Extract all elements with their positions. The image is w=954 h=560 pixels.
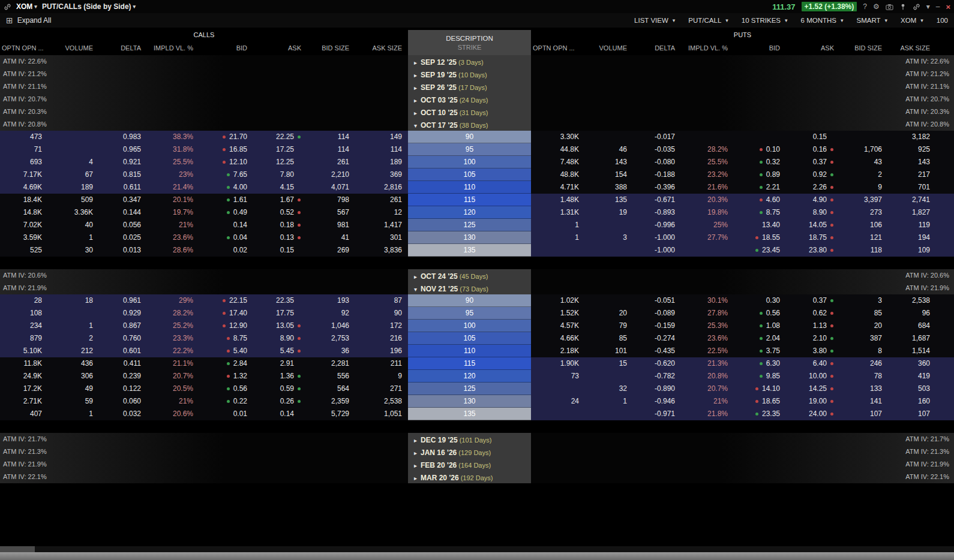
settings-gear-icon[interactable]: ⚙ (873, 2, 880, 11)
col-header-bid[interactable]: BID (734, 44, 786, 52)
expiry-row[interactable]: ATM IV: 21.3%▸JAN 16 '26 (129 Days)ATM I… (0, 445, 954, 458)
put-bid-cell[interactable]: 14.10 (734, 383, 786, 395)
put-ask-cell[interactable]: 23.80 (786, 244, 840, 257)
put-bid-cell[interactable]: 6.30 (734, 357, 786, 370)
call-ask-cell[interactable]: 0.13 (253, 231, 307, 244)
pin-icon[interactable] (899, 3, 907, 10)
call-bid-cell[interactable]: 5.40 (199, 345, 253, 357)
expiry-row[interactable]: ATM IV: 21.9%▾NOV 21 '25 (73 Days)ATM IV… (0, 282, 954, 294)
symbol-selector[interactable]: XOM ▾ (16, 2, 37, 11)
put-ask-cell[interactable]: 14.05 (786, 219, 840, 231)
put-bid-cell[interactable]: 2.21 (734, 181, 786, 194)
dropdown-put-call[interactable]: PUT/CALL ▾ (688, 17, 728, 24)
call-ask-cell[interactable]: 2.91 (253, 357, 307, 370)
call-ask-cell[interactable]: 0.52 (253, 206, 307, 219)
strike-cell[interactable]: 110 (408, 181, 531, 194)
expiry-toggle[interactable]: ▸SEP 19 '25 (10 Days) (408, 68, 531, 80)
strike-cell[interactable]: 125 (408, 219, 531, 231)
call-ask-cell[interactable]: 8.90 (253, 332, 307, 345)
expiry-toggle[interactable]: ▸FEB 20 '26 (164 Days) (408, 458, 531, 471)
call-ask-cell[interactable]: 12.25 (253, 156, 307, 168)
col-header-bid[interactable]: BID (199, 44, 253, 52)
strike-cell[interactable]: 130 (408, 395, 531, 408)
col-header-open-interest[interactable]: OPTN OPN ... (0, 44, 48, 52)
scrollbar-handle[interactable] (0, 546, 35, 552)
put-ask-cell[interactable]: 2.26 (786, 181, 840, 194)
put-ask-cell[interactable]: 0.62 (786, 307, 840, 320)
expiry-row[interactable]: ATM IV: 22.6%▸SEP 12 '25 (3 Days)ATM IV:… (0, 55, 954, 68)
call-bid-cell[interactable]: 16.85 (199, 143, 253, 156)
expiry-toggle[interactable]: ▸MAR 20 '26 (192 Days) (408, 471, 531, 483)
put-bid-cell[interactable]: 4.60 (734, 194, 786, 206)
put-ask-cell[interactable]: 6.40 (786, 357, 840, 370)
call-ask-cell[interactable]: 4.15 (253, 181, 307, 194)
call-ask-cell[interactable]: 7.80 (253, 168, 307, 181)
put-ask-cell[interactable]: 1.13 (786, 320, 840, 332)
dropdown-months[interactable]: 6 MONTHS ▾ (801, 17, 844, 24)
camera-icon[interactable] (886, 3, 893, 11)
col-header-ask[interactable]: ASK (253, 44, 307, 52)
col-header-delta[interactable]: DELTA (633, 44, 681, 52)
put-ask-cell[interactable]: 0.92 (786, 168, 840, 181)
put-bid-cell[interactable]: 0.56 (734, 307, 786, 320)
call-bid-cell[interactable]: 8.75 (199, 332, 253, 345)
call-bid-cell[interactable]: 12.10 (199, 156, 253, 168)
put-ask-cell[interactable]: 14.25 (786, 383, 840, 395)
expiry-toggle[interactable]: ▸OCT 10 '25 (31 Days) (408, 106, 531, 118)
strike-cell[interactable]: 115 (408, 194, 531, 206)
strike-cell[interactable]: 95 (408, 307, 531, 320)
put-ask-cell[interactable]: 8.90 (786, 206, 840, 219)
put-ask-cell[interactable]: 18.75 (786, 231, 840, 244)
put-bid-cell[interactable]: 9.85 (734, 370, 786, 383)
call-bid-cell[interactable]: 22.15 (199, 294, 253, 307)
quantity-field[interactable]: 100 (937, 17, 948, 24)
col-header-ask-size[interactable]: ASK SIZE (888, 44, 936, 52)
call-ask-cell[interactable]: 22.35 (253, 294, 307, 307)
view-selector[interactable]: PUT/CALLs (Side by Side) ▾ (42, 2, 136, 11)
horizontal-scrollbar[interactable] (0, 546, 954, 552)
link-icon[interactable] (4, 3, 11, 11)
call-ask-cell[interactable]: 0.59 (253, 383, 307, 395)
call-bid-cell[interactable]: 0.04 (199, 231, 253, 244)
strike-cell[interactable]: 90 (408, 131, 531, 143)
strike-cell[interactable]: 135 (408, 244, 531, 257)
expiry-toggle[interactable]: ▾OCT 17 '25 (38 Days) (408, 118, 531, 131)
put-ask-cell[interactable]: 0.37 (786, 294, 840, 307)
col-header-delta[interactable]: DELTA (99, 44, 147, 52)
call-bid-cell[interactable]: 0.02 (199, 244, 253, 257)
call-bid-cell[interactable]: 21.70 (199, 131, 253, 143)
put-ask-cell[interactable]: 3.80 (786, 345, 840, 357)
put-ask-cell[interactable]: 2.10 (786, 332, 840, 345)
put-ask-cell[interactable]: 10.00 (786, 370, 840, 383)
call-ask-cell[interactable]: 1.67 (253, 194, 307, 206)
col-header-ask[interactable]: ASK (786, 44, 840, 52)
call-ask-cell[interactable]: 1.36 (253, 370, 307, 383)
strike-cell[interactable]: 130 (408, 231, 531, 244)
put-bid-cell[interactable]: 0.30 (734, 294, 786, 307)
expiry-row[interactable]: ATM IV: 20.7%▸OCT 03 '25 (24 Days)ATM IV… (0, 93, 954, 106)
expiry-row[interactable]: ATM IV: 20.8%▾OCT 17 '25 (38 Days)ATM IV… (0, 118, 954, 131)
put-bid-cell[interactable]: 8.75 (734, 206, 786, 219)
strike-cell[interactable]: 120 (408, 206, 531, 219)
expiry-toggle[interactable]: ▸SEP 26 '25 (17 Days) (408, 80, 531, 93)
call-bid-cell[interactable]: 1.61 (199, 194, 253, 206)
window-menu-caret-icon[interactable]: ▾ (926, 2, 930, 11)
strike-cell[interactable]: 105 (408, 332, 531, 345)
expand-all-button[interactable]: ⊞ Expand All (6, 16, 51, 25)
expiry-toggle[interactable]: ▸SEP 12 '25 (3 Days) (408, 55, 531, 68)
call-ask-cell[interactable]: 0.18 (253, 219, 307, 231)
put-bid-cell[interactable]: 23.35 (734, 408, 786, 420)
call-bid-cell[interactable]: 0.22 (199, 395, 253, 408)
expiry-toggle[interactable]: ▸DEC 19 '25 (101 Days) (408, 433, 531, 445)
expiry-row[interactable]: ATM IV: 20.3%▸OCT 10 '25 (31 Days)ATM IV… (0, 106, 954, 118)
call-ask-cell[interactable]: 22.25 (253, 131, 307, 143)
expiry-row[interactable]: ATM IV: 21.7%▸DEC 19 '25 (101 Days)ATM I… (0, 433, 954, 445)
strike-cell[interactable]: 90 (408, 294, 531, 307)
dropdown-list-view[interactable]: LIST VIEW ▾ (634, 17, 675, 24)
put-ask-cell[interactable]: 24.00 (786, 408, 840, 420)
put-bid-cell[interactable]: 1.08 (734, 320, 786, 332)
help-icon[interactable]: ? (863, 2, 867, 11)
dropdown-exchange[interactable]: SMART ▾ (857, 17, 888, 24)
call-bid-cell[interactable]: 0.14 (199, 219, 253, 231)
col-header-volume[interactable]: VOLUME (585, 44, 633, 52)
